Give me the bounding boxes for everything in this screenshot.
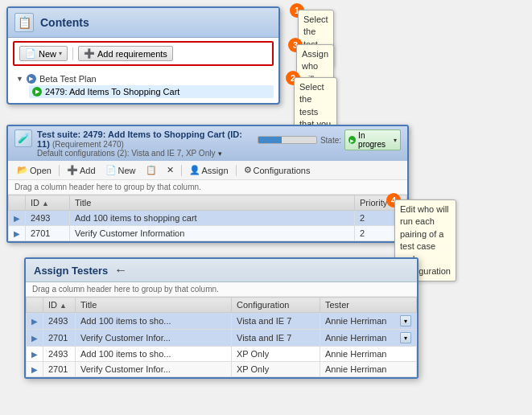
ts-progress-fill [258,137,282,143]
assign-title: Assign Testers [34,265,108,277]
contents-title: Contents [40,16,89,29]
ts-state-badge: ▶ In progres ▾ [344,129,401,150]
assign-row-icon: ▶ [27,347,43,362]
testsuite-header: 🧪 Test suite: 2479: Add Items to Shoppin… [8,126,407,161]
new-label: New [39,49,56,59]
ts-table-header-row: ID ▲ Title Priority [9,195,407,211]
ts-table-body: ▶ 2493 Add 100 items to shopping cart 2 … [9,211,407,241]
new-dropdown-arrow[interactable]: ▾ [59,50,62,57]
tree-child-icon: ▶ [32,87,42,97]
assign-col-tester-header[interactable]: Tester [320,298,417,313]
ts-icon: 🧪 [14,129,32,147]
assign-row-config: XP Only [232,347,320,362]
assign-row-id: 2493 [43,313,76,330]
ts-state-dropdown[interactable]: ▾ [394,137,397,144]
ts-row-id: 2493 [26,211,70,226]
ts-col-priority-label: Priority [360,198,387,208]
ts-row-title: Verify Customer Information [70,226,355,241]
contents-icon: 📋 [14,13,34,32]
testsuite-panel: 🧪 Test suite: 2479: Add Items to Shoppin… [6,125,409,243]
assign-arrow-icon: ← [114,263,127,277]
tree-child-label: 2479: Add Items To Shopping Cart [45,87,179,97]
tree-item-beta-plan[interactable]: ▼ ▶ Beta Test Plan [13,72,274,85]
assign-col-config-header[interactable]: Configuration [232,298,320,313]
assign-table-row[interactable]: ▶ 2701 Verify Customer Infor... XP Only … [27,362,417,377]
assign-row-tester[interactable]: Annie Herriman▾ [320,330,417,347]
ts-row-title: Add 100 items to shopping cart [70,211,355,226]
config-icon: ⚙ [244,165,252,175]
ts-toolbar: 📂 Open ➕ Add 📄 New 📋 ✕ 👤 Assign ⚙ Config… [8,161,407,180]
tree-beta-plan-label: Beta Test Plan [39,74,97,84]
assign-row-id: 2493 [43,347,76,362]
contents-header: 📋 Contents [8,8,278,38]
ts-row-icon: ▶ [9,211,26,226]
assign-table-row[interactable]: ▶ 2493 Add 100 items to sho... Vista and… [27,313,417,330]
assign-row-title: Verify Customer Infor... [76,362,232,377]
contents-panel: 📋 Contents 📄 New ▾ ➕ Add requirements ▼ … [6,6,280,105]
assign-header: Assign Testers ← [26,259,417,282]
assign-table-row[interactable]: ▶ 2493 Add 100 items to sho... XP Only A… [27,347,417,362]
ts-col-title[interactable]: Title [70,195,355,211]
ts-sep-2 [181,165,182,176]
tree-item-child[interactable]: ▶ 2479: Add Items To Shopping Cart [29,85,274,98]
ts-requirement: (Requirement 2470) [52,140,124,149]
ts-copy-button[interactable]: 📋 [142,163,161,177]
ts-row-icon: ▶ [9,226,26,241]
tree-play-icon: ▶ [27,74,36,84]
open-icon: 📂 [17,165,28,175]
ts-state-label: State: [320,136,341,145]
ts-assign-button[interactable]: 👤 Assign [185,163,233,177]
ts-subtitle: Default configurations (2): Vista and IE… [37,149,251,158]
ts-new-button[interactable]: 📄 New [101,163,140,177]
ts-config-arrow[interactable]: ▾ [218,150,222,158]
assign-table-row[interactable]: ▶ 2701 Verify Customer Infor... Vista an… [27,330,417,347]
assign-panel: Assign Testers ← Drag a column header he… [24,257,419,379]
assign-icon: 👤 [189,165,200,175]
ts-delete-button[interactable]: ✕ [163,163,178,177]
new-ts-icon: 📄 [105,165,117,175]
assign-col-title-header[interactable]: Title [76,298,232,313]
assign-col-icon-header [27,298,43,313]
assign-row-tester: Annie Herriman [320,362,417,377]
ts-col-id-label: ID [31,198,39,208]
ts-col-id-sort: ▲ [42,199,49,208]
ts-sep-3 [236,165,237,176]
assign-row-title: Add 100 items to sho... [76,347,232,362]
ts-state-play-icon: ▶ [348,136,356,144]
assign-table-body: ▶ 2493 Add 100 items to sho... Vista and… [27,313,417,377]
assign-row-tester: Annie Herriman [320,347,417,362]
add-requirements-button[interactable]: ➕ Add requirements [78,46,173,61]
tester-dropdown-button[interactable]: ▾ [400,332,411,343]
ts-table-row[interactable]: ▶ 2701 Verify Customer Information 2 [9,226,407,241]
assign-row-icon: ▶ [27,330,43,347]
assign-row-tester[interactable]: Annie Herriman▾ [320,313,417,330]
add-req-icon: ➕ [84,48,95,59]
assign-id-sort: ▲ [60,302,67,310]
contents-toolbar: 📄 New ▾ ➕ Add requirements [13,41,274,66]
ts-sep-1 [59,165,60,176]
ts-table-row[interactable]: ▶ 2493 Add 100 items to shopping cart 2 [9,211,407,226]
tree-expand-arrow[interactable]: ▼ [16,75,23,83]
copy-icon: 📋 [146,165,157,175]
tester-dropdown-button[interactable]: ▾ [400,315,411,327]
ts-state-value: In progres [358,131,391,149]
ts-open-button[interactable]: 📂 Open [13,163,56,177]
ts-header-right: State: ▶ In progres ▾ [258,129,401,150]
assign-row-id: 2701 [43,330,76,347]
new-button[interactable]: 📄 New ▾ [19,46,68,61]
ts-col-icon [9,195,26,211]
ts-configurations-button[interactable]: ⚙ Configurations [240,163,315,177]
ts-add-button[interactable]: ➕ Add [63,163,100,177]
add-icon: ➕ [67,165,78,175]
ts-table: ID ▲ Title Priority ▶ 2493 Add 100 items… [8,195,407,241]
assign-row-config: XP Only [232,362,320,377]
toolbar-separator [72,47,73,60]
assign-header-row: ID ▲ Title Configuration Tester [27,298,417,313]
ts-col-id[interactable]: ID ▲ [26,195,70,211]
ts-col-title-label: Title [75,198,91,208]
add-requirements-label: Add requirements [97,49,167,59]
new-icon: 📄 [25,48,36,59]
ts-group-hint: Drag a column header here to group by th… [8,180,407,195]
assign-col-id-header[interactable]: ID ▲ [43,298,76,313]
assign-row-icon: ▶ [27,362,43,377]
